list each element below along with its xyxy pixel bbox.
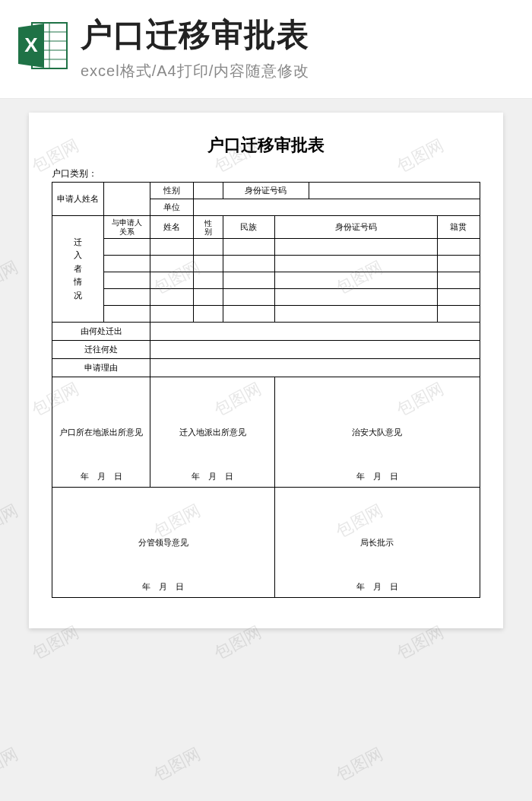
opinion-director: 局长批示 年 月 日 [274, 488, 480, 598]
table-cell [103, 306, 150, 323]
id2-header: 身份证号码 [274, 216, 437, 239]
table-cell [437, 272, 480, 289]
movers-section-label: 迁 入 者 情 况 [52, 216, 104, 323]
table-cell [150, 239, 193, 256]
table-cell [150, 289, 193, 306]
table-cell [274, 306, 437, 323]
watermark-text: 包图网 [150, 742, 204, 786]
table-cell [103, 256, 150, 272]
approval-form-table: 申请人姓名 性别 身份证号码 单位 迁 入 者 情 况 与申请人 关系 姓名 性… [52, 182, 480, 598]
watermark-text: 包图网 [332, 742, 387, 786]
opinion2-label: 迁入地派出所意见 [179, 428, 246, 437]
opinion1-label: 户口所在地派出所意见 [59, 428, 143, 437]
table-cell [103, 272, 150, 289]
date-text: 年 月 日 [150, 471, 274, 482]
form-title: 户口迁移审批表 [52, 134, 480, 157]
hukou-type-label: 户口类别： [52, 167, 480, 180]
name-header: 姓名 [150, 216, 193, 239]
unit-cell [193, 199, 480, 216]
applicant-name-label: 申请人姓名 [52, 183, 104, 216]
unit-label: 单位 [150, 199, 193, 216]
ethnicity-header: 民族 [223, 216, 275, 239]
table-cell [150, 272, 193, 289]
opinion3-label: 治安大队意见 [352, 428, 402, 437]
move-to-label: 迁往何处 [52, 341, 150, 359]
table-cell [193, 256, 223, 272]
template-header: X 户口迁移审批表 excel格式/A4打印/内容随意修改 [0, 0, 532, 99]
table-cell [223, 289, 275, 306]
date-text: 年 月 日 [52, 581, 274, 593]
applicant-name-cell [103, 183, 150, 216]
table-cell [223, 306, 275, 323]
table-cell [274, 239, 437, 256]
table-cell [193, 306, 223, 323]
form-page: 户口迁移审批表 户口类别： 申请人姓名 性别 身份证号码 [29, 113, 503, 628]
move-to-cell [150, 341, 480, 359]
date-text: 年 月 日 [275, 471, 480, 482]
table-cell [223, 256, 275, 272]
opinion-origin-station: 户口所在地派出所意见 年 月 日 [52, 377, 150, 488]
table-cell [437, 306, 480, 323]
gender-label: 性别 [150, 183, 193, 199]
opinion4-label: 分管领导意见 [138, 538, 188, 547]
header-text-block: 户口迁移审批表 excel格式/A4打印/内容随意修改 [81, 14, 517, 81]
opinion-destination-station: 迁入地派出所意见 年 月 日 [150, 377, 274, 488]
table-cell [274, 272, 437, 289]
template-subtitle: excel格式/A4打印/内容随意修改 [81, 61, 517, 81]
table-cell [274, 289, 437, 306]
template-main-title: 户口迁移审批表 [81, 14, 517, 56]
table-cell [150, 306, 193, 323]
gender-cell [193, 183, 223, 199]
table-cell [103, 239, 150, 256]
watermark-text: 包图网 [0, 742, 22, 786]
svg-text:X: X [24, 33, 38, 56]
date-text: 年 月 日 [275, 581, 480, 593]
opinion5-label: 局长批示 [360, 538, 394, 547]
id-label: 身份证号码 [223, 183, 309, 199]
origin-header: 籍贯 [437, 216, 480, 239]
table-cell [193, 289, 223, 306]
relation-header: 与申请人 关系 [103, 216, 150, 239]
table-cell [150, 256, 193, 272]
excel-icon: X [15, 18, 70, 73]
table-cell [193, 239, 223, 256]
table-cell [103, 289, 150, 306]
date-text: 年 月 日 [52, 471, 150, 482]
table-cell [274, 256, 437, 272]
table-cell [193, 272, 223, 289]
table-cell [437, 289, 480, 306]
opinion-leader: 分管领导意见 年 月 日 [52, 488, 275, 598]
move-from-label: 由何处迁出 [52, 323, 150, 341]
move-from-cell [150, 323, 480, 341]
table-cell [437, 239, 480, 256]
gender2-header: 性 别 [193, 216, 223, 239]
table-cell [223, 239, 275, 256]
table-cell [437, 256, 480, 272]
opinion-security-brigade: 治安大队意见 年 月 日 [274, 377, 480, 488]
page-area: 户口迁移审批表 户口类别： 申请人姓名 性别 身份证号码 [0, 99, 532, 651]
reason-cell [150, 359, 480, 377]
id-cell [309, 183, 480, 199]
table-cell [223, 272, 275, 289]
reason-label: 申请理由 [52, 359, 150, 377]
